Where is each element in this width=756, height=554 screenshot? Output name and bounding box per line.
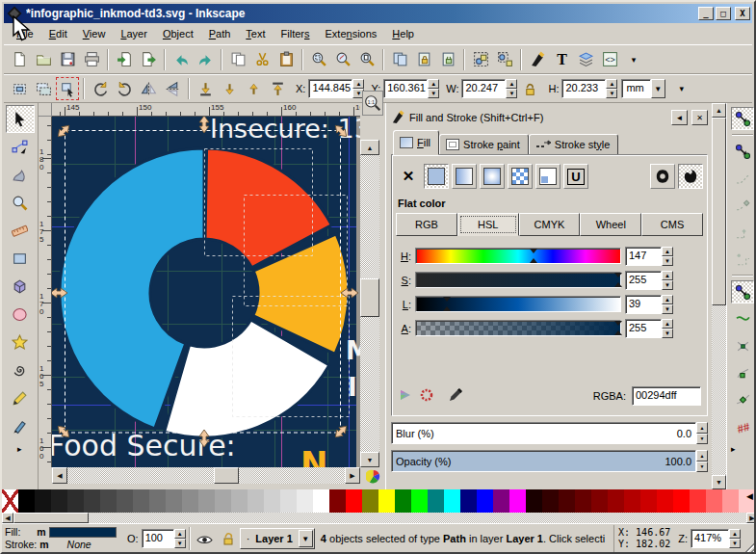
palette-swatch[interactable] (329, 489, 346, 513)
color-picker-icon[interactable] (448, 387, 463, 405)
rotate-ccw-icon[interactable] (89, 77, 112, 100)
menu-view[interactable]: View (76, 25, 113, 42)
palette-scrollbar[interactable]: ◀ ▶ (2, 513, 756, 523)
lock-ratio-icon[interactable] (518, 77, 541, 100)
palette-swatch[interactable] (640, 489, 657, 513)
palette-swatch[interactable] (608, 489, 624, 513)
palette-swatch[interactable] (297, 489, 313, 513)
raise-to-top-icon[interactable] (266, 77, 289, 100)
tool-zoom[interactable] (6, 189, 35, 217)
export-bitmap-icon[interactable] (137, 48, 160, 71)
snap-cusp-nodes-icon[interactable] (731, 361, 754, 384)
tool-calligraphy[interactable] (6, 412, 35, 440)
dock-scroll-down[interactable]: ▼ (712, 475, 726, 489)
palette-swatch[interactable] (248, 489, 264, 513)
palette-swatch[interactable] (231, 489, 248, 513)
horizontal-ruler[interactable]: 145150155160165 (52, 103, 360, 117)
palette-scroll-thumb[interactable] (13, 513, 89, 523)
menu-object[interactable]: Object (156, 25, 200, 42)
lower-to-bottom-icon[interactable] (194, 77, 217, 100)
palette-swatch[interactable] (493, 489, 509, 513)
palette-swatch[interactable] (133, 489, 149, 513)
zoom-1-1-button[interactable]: 1:1 (362, 91, 383, 116)
flip-vertical-icon[interactable] (161, 77, 184, 100)
raise-one-step-icon[interactable] (242, 77, 265, 100)
unit-selector[interactable]: mm▼ (621, 79, 665, 98)
toolbar-overflow-icon[interactable]: ▾ (622, 48, 645, 71)
palette-swatch[interactable] (444, 489, 460, 513)
menu-help[interactable]: Help (385, 25, 421, 42)
palette-swatch[interactable] (280, 489, 297, 513)
snap-bbox-centers-icon[interactable] (731, 248, 754, 271)
palette-swatch[interactable] (591, 489, 608, 513)
menu-layer[interactable]: Layer (114, 25, 154, 42)
tool-rectangle[interactable] (6, 245, 35, 273)
duplicate-icon[interactable] (388, 48, 411, 71)
zoom-drawing-icon[interactable] (331, 48, 354, 71)
fill-rule-evenodd-button[interactable] (650, 164, 675, 189)
paint-unknown-button[interactable]: U (563, 164, 588, 189)
scroll-down-button[interactable]: ▼ (360, 452, 379, 467)
hue-slider-spinbox[interactable]: 147▲▼ (625, 247, 673, 266)
redo-icon[interactable] (194, 48, 217, 71)
x-coordinate-value[interactable]: 144.845 (308, 79, 352, 98)
snap-to-paths-icon[interactable] (731, 307, 754, 330)
width-spinbox[interactable]: 20.247▲▼ (461, 79, 517, 98)
dock-scroll-up[interactable]: ▲ (712, 103, 726, 118)
width-value[interactable]: 20.247 (461, 79, 506, 98)
snap-nodes-icon[interactable] (731, 280, 754, 303)
deselect-icon[interactable] (56, 77, 79, 100)
snap-smooth-nodes-icon[interactable] (731, 388, 754, 411)
lightness-slider-spinbox[interactable]: 39▲▼ (625, 295, 673, 314)
fill-stroke-dialog-icon[interactable] (526, 48, 549, 71)
tool-tweak[interactable] (6, 161, 35, 189)
palette-swatch[interactable] (706, 489, 722, 513)
palette-swatch[interactable] (477, 489, 493, 513)
copy-icon[interactable] (226, 48, 249, 71)
scroll-up-button[interactable]: ▲ (360, 140, 379, 155)
paint-radial-gradient-button[interactable] (480, 164, 505, 189)
ungroup-objects-icon[interactable] (493, 48, 516, 71)
snap-bbox-corners-icon[interactable] (731, 194, 754, 217)
dock-collapse-button[interactable]: ◄ (671, 110, 688, 125)
print-document-icon[interactable] (80, 48, 103, 71)
vertical-scrollbar[interactable]: ▲ ▼ (360, 117, 379, 467)
colorspace-cms[interactable]: CMS (641, 213, 703, 236)
hscroll-track[interactable] (67, 467, 345, 484)
palette-arrow-icon[interactable]: ◀ (746, 491, 753, 501)
layer-selector[interactable]: ·Layer 1 ▼ (240, 528, 315, 549)
scroll-left-button[interactable]: ◀ (52, 467, 67, 484)
height-spinbox[interactable]: 20.233▲▼ (561, 79, 617, 98)
palette-swatch[interactable] (411, 489, 428, 513)
palette-swatch[interactable] (722, 489, 739, 513)
palette-swatch[interactable] (313, 489, 329, 513)
flip-horizontal-icon[interactable] (137, 77, 160, 100)
palette-swatch[interactable] (624, 489, 640, 513)
palette-swatch[interactable] (149, 489, 166, 513)
fill-rule-nonzero-button[interactable] (678, 164, 703, 189)
snap-enable-icon[interactable] (731, 107, 754, 130)
new-document-icon[interactable] (8, 48, 31, 71)
snap-bbox-edge-midpoints-icon[interactable] (731, 221, 754, 244)
palette-swatch[interactable] (395, 489, 411, 513)
xml-editor-icon[interactable]: <> (598, 48, 621, 71)
vertical-ruler[interactable]: 1 8 01 7 51 7 01 6 51 6 0 (39, 117, 52, 467)
tab-stroke-paint[interactable]: Stroke paint (439, 134, 529, 155)
menu-extensions[interactable]: Extensions (319, 25, 384, 42)
cut-icon[interactable] (250, 48, 274, 71)
palette-swatch[interactable] (264, 489, 280, 513)
no-color-icon[interactable] (419, 387, 434, 405)
unlink-clone-icon[interactable] (436, 48, 459, 71)
palette-swatch[interactable] (215, 489, 231, 513)
tool-star[interactable] (6, 329, 35, 356)
hscroll-thumb[interactable] (214, 467, 239, 484)
alpha-slider-spinbox[interactable]: 255▲▼ (625, 319, 673, 338)
palette-swatch[interactable] (575, 489, 591, 513)
paint-swatch-button[interactable] (535, 164, 560, 189)
palette-swatch[interactable] (362, 489, 378, 513)
import-bitmap-icon[interactable] (113, 48, 136, 71)
tool-selector[interactable] (6, 105, 35, 133)
blur-spinner[interactable]: ▲▼ (696, 422, 708, 444)
lower-one-step-icon[interactable] (218, 77, 241, 100)
palette-swatch[interactable] (117, 489, 133, 513)
